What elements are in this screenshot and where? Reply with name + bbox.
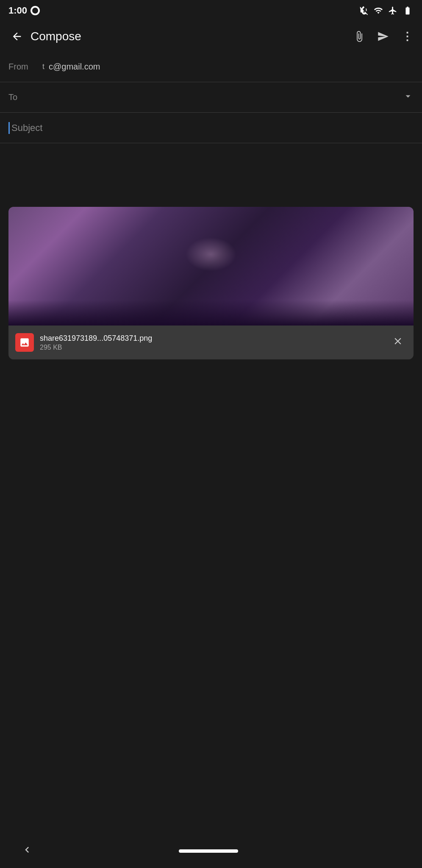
system-back-button[interactable] <box>17 840 37 862</box>
attachment-file-icon <box>15 333 34 352</box>
text-cursor <box>8 122 10 134</box>
attach-button[interactable] <box>351 28 368 45</box>
attachment-footer: share631973189...05748371.png 295 KB <box>8 326 414 359</box>
compose-body[interactable] <box>0 143 422 207</box>
send-button[interactable] <box>375 28 391 45</box>
from-value: t c@gmail.com <box>42 62 414 72</box>
account-email: c@gmail.com <box>49 62 100 72</box>
image-icon <box>19 337 30 348</box>
back-button[interactable] <box>7 26 27 47</box>
to-field[interactable]: To <box>0 82 422 113</box>
nav-bar <box>0 834 422 868</box>
expand-recipients-button[interactable] <box>403 91 414 104</box>
subject-field[interactable]: Subject <box>0 113 422 143</box>
from-label: From <box>8 62 42 72</box>
status-bar-right <box>359 6 414 15</box>
wifi-icon <box>373 6 384 15</box>
mute-icon <box>359 6 369 15</box>
subject-placeholder: Subject <box>11 122 42 134</box>
remove-attachment-button[interactable] <box>389 332 407 353</box>
attachment-image-preview <box>8 207 414 326</box>
attachment-container: share631973189...05748371.png 295 KB <box>8 207 414 359</box>
status-bar-left: 1:00 <box>8 5 40 16</box>
more-options-button[interactable]: ⋮ <box>398 28 415 45</box>
home-indicator[interactable] <box>179 849 238 853</box>
from-field: From t c@gmail.com <box>0 52 422 82</box>
app-bar: Compose ⋮ <box>0 21 422 52</box>
attachment-filename: share631973189...05748371.png <box>40 334 389 343</box>
to-label: To <box>8 92 42 102</box>
status-bar: 1:00 <box>0 0 422 21</box>
status-time: 1:00 <box>8 5 27 16</box>
airplane-icon <box>388 6 397 15</box>
notification-icon <box>31 6 40 15</box>
account-initial: t <box>42 62 44 71</box>
attachment-filesize: 295 KB <box>40 344 389 351</box>
attachment-info: share631973189...05748371.png 295 KB <box>40 334 389 351</box>
battery-icon <box>402 6 414 15</box>
app-bar-actions: ⋮ <box>351 28 415 45</box>
page-title: Compose <box>27 30 351 43</box>
